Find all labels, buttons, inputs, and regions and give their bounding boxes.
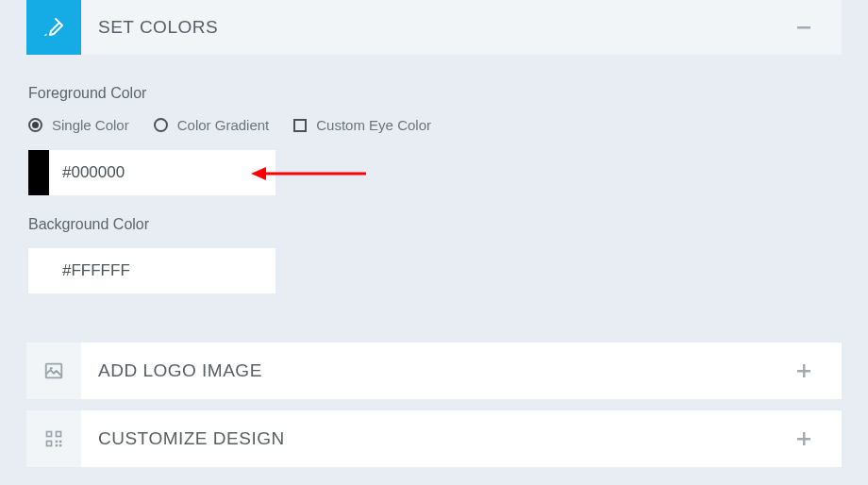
foreground-color-row [28,150,275,195]
brush-icon [26,0,81,55]
custom-eye-color-label: Custom Eye Color [316,117,431,133]
collapse-button[interactable] [796,20,842,35]
svg-rect-14 [59,444,62,447]
set-colors-panel-header[interactable]: SET COLORS [26,0,842,55]
radio-icon [28,118,42,132]
svg-rect-16 [803,432,806,445]
svg-rect-0 [797,26,810,29]
foreground-options-row: Single Color Color Gradient Custom Eye C… [28,117,840,133]
svg-rect-4 [803,364,806,377]
single-color-option[interactable]: Single Color [28,117,129,133]
svg-rect-10 [47,442,50,444]
svg-rect-11 [56,441,58,443]
add-logo-title: ADD LOGO IMAGE [81,360,796,381]
svg-rect-12 [59,441,62,443]
svg-point-2 [50,367,53,370]
custom-eye-color-option[interactable]: Custom Eye Color [293,117,431,133]
svg-rect-6 [47,432,50,435]
svg-rect-13 [56,444,58,447]
background-color-input[interactable] [49,248,275,293]
customize-design-title: CUSTOMIZE DESIGN [81,428,796,449]
foreground-color-label: Foreground Color [28,85,840,102]
set-colors-title: SET COLORS [81,17,796,38]
add-logo-panel-header[interactable]: ADD LOGO IMAGE [26,343,842,399]
expand-button[interactable] [796,431,842,446]
customize-design-panel-header[interactable]: CUSTOMIZE DESIGN [26,410,842,467]
radio-icon [154,118,168,132]
expand-button[interactable] [796,363,842,378]
single-color-label: Single Color [52,117,129,133]
color-gradient-option[interactable]: Color Gradient [154,117,270,133]
background-swatch[interactable] [28,248,49,293]
qr-icon [26,410,81,467]
svg-rect-8 [57,432,59,435]
foreground-swatch[interactable] [28,150,49,195]
background-color-label: Background Color [28,216,840,233]
checkbox-icon [293,119,307,132]
color-gradient-label: Color Gradient [177,117,270,133]
set-colors-body: Foreground Color Single Color Color Grad… [26,64,842,343]
foreground-color-input[interactable] [49,150,275,195]
image-icon [26,343,81,399]
background-color-row [28,248,275,293]
